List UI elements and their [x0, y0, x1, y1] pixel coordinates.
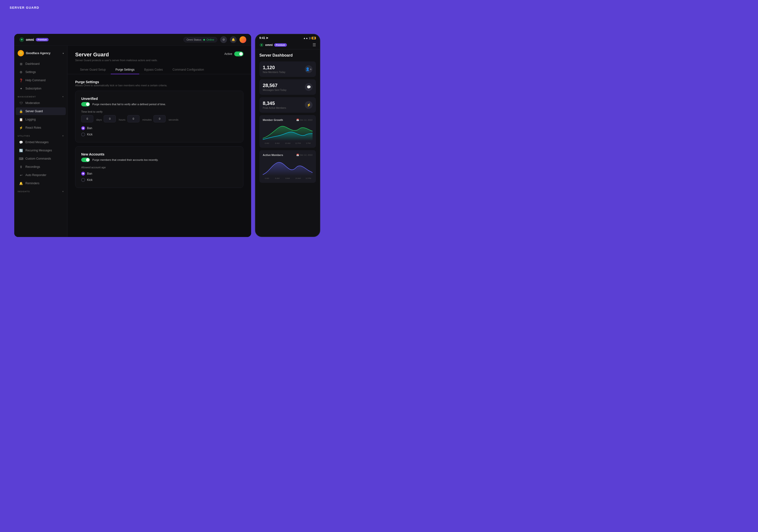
sidebar-item-moderation[interactable]: 🛡 Moderation	[16, 99, 66, 107]
sidebar-item-settings[interactable]: ⚙ Settings	[16, 68, 66, 76]
sidebar-item-reminders[interactable]: 🔔 Reminders	[16, 179, 66, 187]
chevron-icon: ▾	[62, 190, 64, 193]
new-accounts-toggle-row: Purge members that created their account…	[81, 158, 237, 162]
dashboard-icon: ⊞	[19, 62, 23, 66]
minutes-unit: minutes	[142, 118, 152, 121]
chart-header: Member Growth 📅 Dec 12, 2022	[263, 119, 313, 122]
purge-settings-title: Purge Settings	[75, 80, 243, 84]
tab-command-configuration[interactable]: Command Configuration	[168, 65, 209, 74]
radio-kick-new[interactable]: Kick	[81, 178, 237, 182]
logging-icon: 📋	[19, 118, 23, 122]
radio-ban[interactable]: Ban	[81, 126, 237, 130]
x-label: 8 AM	[284, 177, 292, 179]
sidebar-item-dashboard[interactable]: ⊞ Dashboard	[16, 60, 66, 68]
toggle-small-knob	[86, 102, 89, 106]
react-roles-icon: ⚡	[19, 126, 23, 129]
signal-icon: ▲▲	[303, 37, 308, 39]
messages-stat-icon: 💬	[305, 83, 313, 91]
unverified-title: Unverified	[81, 97, 237, 101]
member-growth-title: Member Growth	[263, 119, 283, 122]
stat-value: 8,345	[263, 101, 286, 106]
days-input[interactable]	[81, 115, 93, 123]
sidebar-item-label: Auto Responder	[25, 173, 47, 177]
radio-ban-new[interactable]: Ban	[81, 172, 237, 176]
purge-settings-header: Purge Settings Allows Omni to automatica…	[75, 80, 243, 87]
status-dot	[203, 39, 205, 41]
mobile-content: Server Dashboard 1,120 New Members Today…	[256, 49, 320, 236]
sidebar-item-logging[interactable]: 📋 Logging	[16, 116, 66, 123]
sidebar-item-recordings[interactable]: 🎙 Recordings	[16, 163, 66, 171]
kick-radio[interactable]	[81, 132, 85, 136]
page-subtitle: Server Guard protects a user's server fr…	[75, 59, 157, 62]
x-label: 6 AM	[263, 142, 271, 144]
seconds-input[interactable]	[154, 115, 166, 123]
time-limit-label: Time limit to verify	[81, 110, 237, 113]
unverified-section: Unverified Purge members that fail to ve…	[75, 91, 243, 142]
sidebar-item-label: Logging	[25, 118, 36, 121]
server-selector[interactable]: 😊 Goodface Agency ▾	[14, 49, 67, 60]
user-avatar[interactable]	[240, 36, 246, 43]
sidebar-item-help-command[interactable]: ❓ Help Command	[16, 76, 66, 84]
ban-label-new: Ban	[87, 172, 92, 175]
tab-purge-settings[interactable]: Purge Settings	[111, 65, 139, 74]
ban-radio-new[interactable]	[81, 172, 85, 176]
sidebar-item-label: Custom Commands	[25, 157, 51, 160]
unverified-toggle[interactable]	[81, 102, 90, 106]
active-members-svg	[263, 159, 313, 176]
allowed-age-label: Allowed account age	[81, 166, 237, 169]
stat-value: 28,567	[263, 83, 287, 88]
minutes-input[interactable]	[127, 115, 139, 123]
mobile-premium-badge: Premium	[274, 43, 287, 47]
settings-icon[interactable]: ⚙	[220, 36, 227, 43]
server-avatar: 😊	[17, 50, 24, 56]
mobile-app: 9:41 ➤ ▲▲ )) ⬛ omni Premium ☰ Server Das…	[255, 34, 320, 237]
radio-kick[interactable]: Kick	[81, 132, 237, 136]
stat-card-messages: 28,567 Messages Sent Today 💬	[259, 79, 316, 95]
logo-text: omni	[26, 38, 34, 42]
mobile-omni-icon	[259, 43, 264, 47]
kick-label: Kick	[87, 133, 92, 136]
subscription-icon: ✦	[19, 87, 23, 90]
kick-radio-new[interactable]	[81, 178, 85, 182]
x-label: 12 PM	[304, 177, 313, 179]
page-title: SERVER GUARD	[10, 6, 39, 10]
toggle-knob	[239, 52, 243, 55]
x-label: 6 AM	[273, 177, 282, 179]
premium-badge: Premium	[36, 38, 49, 41]
stat-card-active: 8,345 Peak Active Members ⚡	[259, 97, 316, 113]
sidebar-item-label: Embed Messages	[25, 140, 49, 144]
mobile-status-icons: ▲▲ )) ⬛	[303, 37, 316, 39]
tab-server-guard-setup[interactable]: Server Guard Setup	[75, 65, 111, 74]
sidebar-item-react-roles[interactable]: ⚡ React Roles	[16, 124, 66, 131]
x-label: 10 AM	[284, 142, 292, 144]
settings-icon: ⚙	[19, 70, 23, 74]
management-section-header: MANAGEMENT ▾	[14, 92, 67, 99]
sidebar-item-recurring-messages[interactable]: 🔄 Recurring Messages	[16, 147, 66, 154]
new-accounts-toggle[interactable]	[81, 158, 90, 162]
days-unit: days	[96, 118, 102, 121]
sidebar-item-auto-responder[interactable]: ↩ Auto Responder	[16, 171, 66, 179]
member-growth-chart: Member Growth 📅 Dec 12, 2022	[259, 115, 316, 148]
reminders-icon: 🔔	[19, 181, 23, 185]
sidebar-item-embed-messages[interactable]: 💬 Embed Messages	[16, 138, 66, 146]
tab-bypass-codes[interactable]: Bypass Codes	[139, 65, 167, 74]
mobile-nav: omni Premium ☰	[256, 41, 320, 49]
hours-input[interactable]	[104, 115, 116, 123]
mobile-logo: omni Premium	[259, 43, 287, 47]
title-bar-right: Omni Status: Online ⚙ 🔔	[184, 36, 246, 43]
sidebar-item-subscription[interactable]: ✦ Subscription	[16, 85, 66, 92]
active-toggle-switch[interactable]	[234, 52, 243, 56]
active-label: Active	[224, 52, 232, 55]
mobile-dashboard-title: Server Dashboard	[259, 53, 316, 57]
sidebar-item-label: Help Command	[25, 79, 46, 82]
sidebar-item-label: Recordings	[25, 165, 40, 168]
tabs-bar: Server Guard Setup Purge Settings Bypass…	[67, 62, 251, 74]
menu-icon[interactable]: ☰	[313, 43, 316, 47]
ban-label: Ban	[87, 126, 92, 130]
hours-unit: hours	[119, 118, 125, 121]
ban-radio[interactable]	[81, 126, 85, 130]
sidebar-item-custom-commands[interactable]: ⌨ Custom Commands	[16, 155, 66, 162]
sidebar-item-server-guard[interactable]: 🔒 Server Guard	[16, 107, 66, 115]
active-toggle[interactable]: Active	[224, 52, 243, 56]
notifications-icon[interactable]: 🔔	[230, 36, 237, 43]
